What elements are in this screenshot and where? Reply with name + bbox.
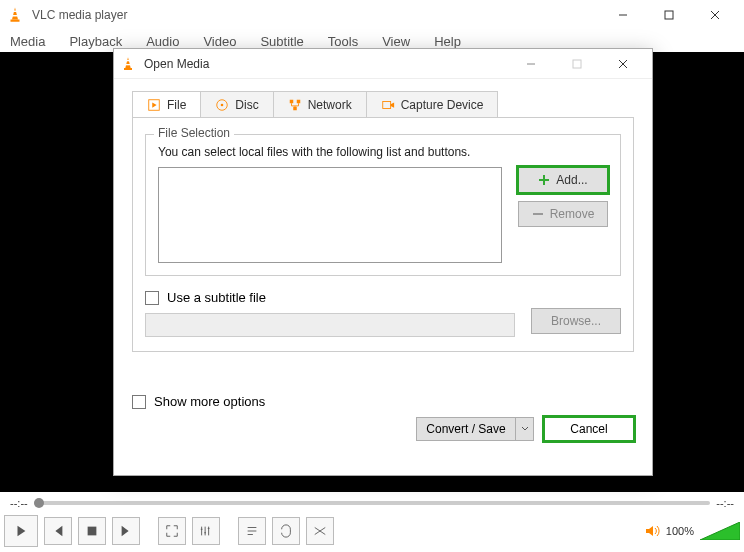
file-panel: File Selection You can select local file…	[132, 118, 634, 352]
seek-thumb[interactable]	[34, 498, 44, 508]
browse-button[interactable]: Browse...	[531, 308, 621, 334]
menu-media[interactable]: Media	[6, 32, 49, 51]
convert-save-dropdown[interactable]	[516, 417, 534, 441]
minimize-button[interactable]	[600, 0, 646, 30]
dialog-maximize-button[interactable]	[554, 49, 600, 79]
svg-rect-21	[382, 102, 390, 109]
dialog-actions: Convert / Save Cancel	[132, 417, 634, 441]
close-button[interactable]	[692, 0, 738, 30]
tab-file-label: File	[167, 98, 186, 112]
volume-text: 100%	[666, 525, 694, 537]
cancel-button[interactable]: Cancel	[544, 417, 634, 441]
subtitle-row: Use a subtitle file	[145, 290, 621, 305]
dialog-titlebar: Open Media	[114, 49, 652, 79]
subtitle-checkbox-label: Use a subtitle file	[167, 290, 266, 305]
svg-rect-18	[289, 100, 293, 104]
show-more-checkbox[interactable]	[132, 395, 146, 409]
svg-rect-20	[293, 107, 297, 111]
ext-settings-button[interactable]	[192, 517, 220, 545]
seek-track[interactable]	[34, 501, 711, 505]
file-selection-hint: You can select local files with the foll…	[158, 145, 608, 159]
tab-disc[interactable]: Disc	[200, 91, 273, 117]
svg-rect-0	[11, 20, 20, 22]
tab-disc-label: Disc	[235, 98, 258, 112]
open-media-dialog: Open Media File Disc Network Capture Dev…	[113, 48, 653, 476]
file-list[interactable]	[158, 167, 502, 263]
svg-rect-2	[12, 15, 18, 17]
file-selection-legend: File Selection	[154, 126, 234, 140]
svg-rect-8	[124, 68, 132, 70]
vlc-icon	[6, 6, 24, 24]
tab-network-label: Network	[308, 98, 352, 112]
prev-button[interactable]	[44, 517, 72, 545]
svg-rect-1	[13, 11, 18, 13]
seekbar: --:-- --:--	[4, 498, 740, 508]
plus-icon	[538, 174, 550, 186]
capture-icon	[381, 98, 395, 112]
player-controls: 100%	[4, 514, 740, 548]
svg-rect-4	[665, 11, 673, 19]
subtitle-path-field	[145, 313, 515, 337]
remove-button[interactable]: Remove	[518, 201, 608, 227]
tab-file[interactable]: File	[132, 91, 201, 117]
random-button[interactable]	[306, 517, 334, 545]
tab-capture-label: Capture Device	[401, 98, 484, 112]
svg-rect-12	[573, 60, 581, 68]
stop-button[interactable]	[78, 517, 106, 545]
volume-slider[interactable]	[700, 522, 740, 540]
svg-rect-19	[296, 100, 300, 104]
vlc-icon	[120, 56, 136, 72]
fullscreen-button[interactable]	[158, 517, 186, 545]
tab-network[interactable]: Network	[273, 91, 367, 117]
remove-button-label: Remove	[550, 207, 595, 221]
add-button-label: Add...	[556, 173, 587, 187]
show-more-label: Show more options	[154, 394, 265, 409]
playlist-button[interactable]	[238, 517, 266, 545]
convert-save-button[interactable]: Convert / Save	[416, 417, 534, 441]
dialog-title: Open Media	[144, 57, 508, 71]
main-window-title: VLC media player	[32, 8, 600, 22]
maximize-button[interactable]	[646, 0, 692, 30]
time-elapsed: --:--	[4, 497, 34, 509]
tabs: File Disc Network Capture Device	[132, 91, 634, 118]
svg-rect-10	[125, 64, 130, 65]
play-button[interactable]	[4, 515, 38, 547]
time-total: --:--	[710, 497, 740, 509]
minus-icon	[532, 208, 544, 220]
loop-button[interactable]	[272, 517, 300, 545]
speaker-icon[interactable]	[644, 523, 660, 539]
browse-button-label: Browse...	[551, 314, 601, 328]
dialog-close-button[interactable]	[600, 49, 646, 79]
volume-control: 100%	[644, 522, 740, 540]
show-more-row: Show more options	[132, 394, 634, 409]
subtitle-checkbox[interactable]	[145, 291, 159, 305]
add-button[interactable]: Add...	[518, 167, 608, 193]
svg-rect-7	[88, 527, 97, 536]
main-titlebar: VLC media player	[0, 0, 744, 30]
disc-icon	[215, 98, 229, 112]
convert-save-label: Convert / Save	[416, 417, 516, 441]
svg-point-17	[221, 104, 224, 107]
network-icon	[288, 98, 302, 112]
file-selection-group: File Selection You can select local file…	[145, 134, 621, 276]
next-button[interactable]	[112, 517, 140, 545]
tab-capture[interactable]: Capture Device	[366, 91, 499, 117]
chevron-down-icon	[521, 425, 529, 433]
cancel-button-label: Cancel	[570, 422, 607, 436]
file-icon	[147, 98, 161, 112]
svg-rect-9	[126, 60, 130, 61]
dialog-minimize-button[interactable]	[508, 49, 554, 79]
